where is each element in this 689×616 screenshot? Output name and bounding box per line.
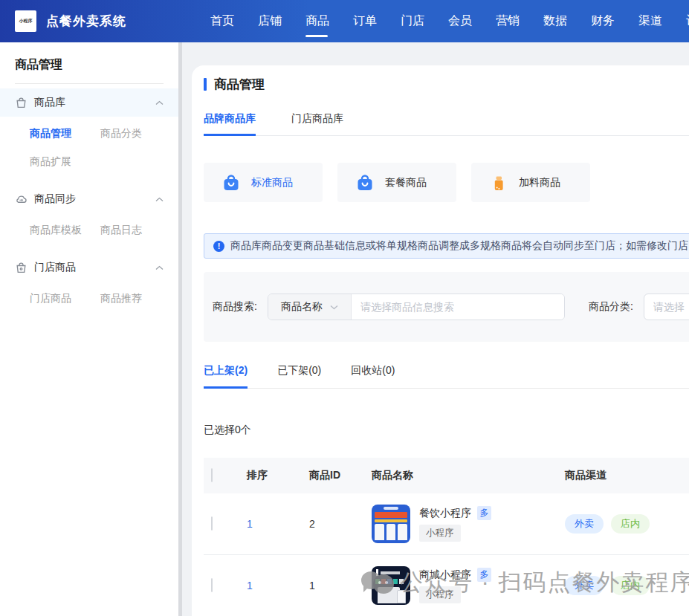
sidebar-item-product-extend[interactable]: 商品扩展 xyxy=(30,155,100,169)
product-type-tag: 小程序 xyxy=(419,586,461,603)
table-row: 1 2 餐饮小程序 多 xyxy=(204,493,689,555)
product-id: 1 xyxy=(309,580,315,591)
nav-item-data[interactable]: 数据 xyxy=(543,0,567,42)
nav-item-settings[interactable]: 设置 xyxy=(686,0,689,42)
row-checkbox[interactable] xyxy=(211,578,213,592)
nav-item-members[interactable]: 会员 xyxy=(448,0,472,42)
nav-item-stores[interactable]: 门店 xyxy=(401,0,424,42)
product-name: 餐饮小程序 xyxy=(419,507,471,520)
product-type-tag: 小程序 xyxy=(419,525,461,542)
create-button-label: 加料商品 xyxy=(519,176,560,189)
sidebar-item-store-product[interactable]: 门店商品 xyxy=(30,292,100,305)
nav-item-marketing[interactable]: 营销 xyxy=(496,0,520,42)
chevron-up-icon[interactable] xyxy=(155,265,164,270)
app-title: 点餐外卖系统 xyxy=(46,0,126,42)
chevron-down-icon xyxy=(330,305,338,310)
info-icon: ! xyxy=(213,241,224,252)
sort-value-link[interactable]: 1 xyxy=(247,580,253,591)
product-table: 排序 商品ID 商品名称 商品渠道 1 2 xyxy=(204,458,689,616)
chevron-up-icon[interactable] xyxy=(155,197,164,202)
create-buttons-row: 标准商品 套餐商品 xyxy=(204,163,689,202)
store-bag-icon xyxy=(15,262,28,274)
product-thumbnail[interactable] xyxy=(372,566,410,605)
nav-item-products[interactable]: 商品 xyxy=(305,0,329,42)
header-product-name: 商品名称 xyxy=(372,469,565,482)
sidebar-item-product-category[interactable]: 商品分类 xyxy=(100,127,171,140)
channel-badge-instore: 店内 xyxy=(611,576,650,595)
chevron-up-icon[interactable] xyxy=(155,100,164,106)
table-row: 1 1 商城小程序 多 xyxy=(204,555,689,616)
product-id: 2 xyxy=(309,518,315,530)
search-select-value: 商品名称 xyxy=(281,300,323,314)
sidebar-section-product-sync[interactable]: 商品同步 xyxy=(0,185,178,213)
standard-product-button[interactable]: 标准商品 xyxy=(204,163,323,202)
top-nav-menu: 首页 店铺 商品 订单 门店 会员 营销 数据 财务 渠道 设置 xyxy=(210,0,689,42)
product-thumbnail[interactable] xyxy=(372,505,410,543)
main-content-card: 商品管理 品牌商品库 门店商品库 标准商品 xyxy=(192,65,689,616)
tab-recycle-bin[interactable]: 回收站(0) xyxy=(351,364,395,388)
app-logo: 小程序 xyxy=(15,10,36,32)
sidebar-section-label: 商品同步 xyxy=(34,192,155,206)
row-checkbox[interactable] xyxy=(211,516,213,531)
multi-spec-badge[interactable]: 多 xyxy=(477,506,491,520)
tab-brand-library[interactable]: 品牌商品库 xyxy=(204,112,256,135)
nav-item-orders[interactable]: 订单 xyxy=(353,0,377,42)
title-accent-bar xyxy=(204,78,207,91)
combo-product-button[interactable]: 套餐商品 xyxy=(337,163,456,202)
select-all-checkbox[interactable] xyxy=(211,468,213,482)
bag-icon xyxy=(355,173,375,192)
sidebar-subgroup-store-products: 门店商品 商品推荐 xyxy=(0,282,178,317)
cloud-sync-icon xyxy=(15,193,28,206)
nav-item-home[interactable]: 首页 xyxy=(210,0,234,42)
sidebar-subgroup-product-sync: 商品库模板 商品日志 xyxy=(0,213,178,249)
page-title: 商品管理 xyxy=(214,76,265,93)
bag-icon xyxy=(221,173,241,192)
sidebar-item-product-recommend[interactable]: 商品推荐 xyxy=(100,292,171,305)
sidebar-section-product-library[interactable]: 商品库 xyxy=(0,88,178,117)
search-control: 商品名称 xyxy=(268,294,565,320)
sidebar-section-label: 门店商品 xyxy=(34,261,155,274)
sidebar-scrollbar[interactable] xyxy=(178,42,182,616)
multi-spec-badge[interactable]: 多 xyxy=(477,568,491,582)
search-input[interactable] xyxy=(352,294,564,320)
top-navbar: 小程序 点餐外卖系统 首页 店铺 商品 订单 门店 会员 营销 数据 财务 渠道… xyxy=(0,0,689,42)
sort-value-link[interactable]: 1 xyxy=(247,518,253,530)
sidebar-item-product-manage[interactable]: 商品管理 xyxy=(30,127,100,140)
search-field-select[interactable]: 商品名称 xyxy=(268,294,352,320)
notice-text: 商品库商品变更商品基础信息或将单规格商品调整成多规格商品将会自动同步至门店；如需… xyxy=(230,239,688,253)
seasoning-bottle-icon xyxy=(489,173,508,192)
search-label: 商品搜索: xyxy=(213,300,257,314)
sync-notice-banner: ! 商品库商品变更商品基础信息或将单规格商品调整成多规格商品将会自动同步至门店；… xyxy=(204,233,689,259)
category-input[interactable] xyxy=(644,294,689,320)
bag-icon xyxy=(15,97,28,109)
selected-count-text: 已选择0个 xyxy=(204,424,689,437)
nav-item-finance[interactable]: 财务 xyxy=(591,0,615,42)
tab-store-library[interactable]: 门店商品库 xyxy=(291,112,343,135)
header-sort: 排序 xyxy=(247,469,309,482)
sidebar: 商品管理 商品库 商品管理 商品分类 商品扩展 xyxy=(0,42,178,616)
app-root: 小程序 点餐外卖系统 首页 店铺 商品 订单 门店 会员 营销 数据 财务 渠道… xyxy=(0,0,689,616)
sidebar-item-product-log[interactable]: 商品日志 xyxy=(100,224,171,237)
sidebar-section-store-products[interactable]: 门店商品 xyxy=(0,253,178,282)
header-product-id: 商品ID xyxy=(309,469,372,482)
category-label: 商品分类: xyxy=(589,300,633,314)
sidebar-section-label: 商品库 xyxy=(34,96,155,109)
tab-on-shelf[interactable]: 已上架(2) xyxy=(204,364,248,388)
create-button-label: 套餐商品 xyxy=(385,176,427,189)
product-name: 商城小程序 xyxy=(419,568,471,582)
nav-item-channels[interactable]: 渠道 xyxy=(638,0,662,42)
sidebar-title: 商品管理 xyxy=(15,57,178,73)
app-logo-text: 小程序 xyxy=(19,18,33,25)
sidebar-item-library-template[interactable]: 商品库模板 xyxy=(30,224,100,237)
topping-product-button[interactable]: 加料商品 xyxy=(471,163,590,202)
channel-badge-instore: 店内 xyxy=(611,514,650,534)
nav-item-shop[interactable]: 店铺 xyxy=(258,0,282,42)
channel-badge-takeout: 外卖 xyxy=(565,514,604,534)
library-tabs: 品牌商品库 门店商品库 xyxy=(204,112,689,136)
tab-off-shelf[interactable]: 已下架(0) xyxy=(277,364,321,388)
sidebar-subgroup-product-library: 商品管理 商品分类 商品扩展 xyxy=(0,117,178,181)
channel-badge-takeout: 外卖 xyxy=(565,576,604,595)
search-panel: 商品搜索: 商品名称 商品分类: xyxy=(204,272,689,342)
header-product-channel: 商品渠道 xyxy=(565,469,689,482)
table-header-row: 排序 商品ID 商品名称 商品渠道 xyxy=(204,458,689,493)
